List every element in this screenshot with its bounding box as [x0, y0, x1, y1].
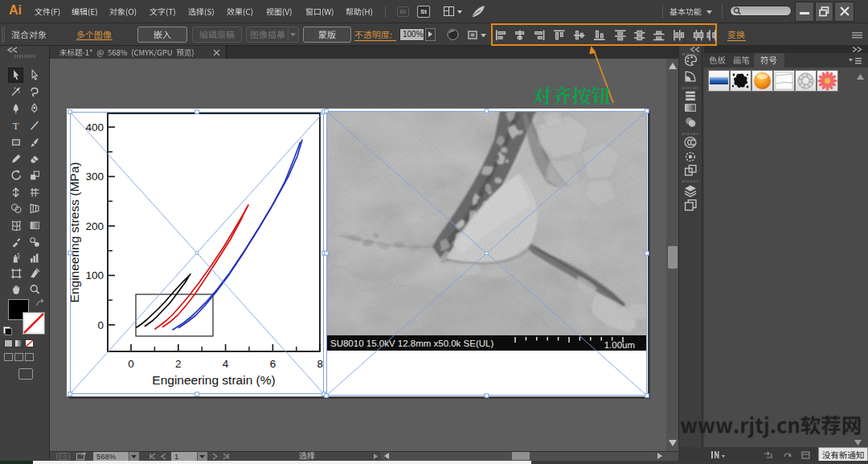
svg-text:1.00um: 1.00um	[604, 340, 635, 350]
svg-text:0: 0	[97, 319, 104, 331]
svg-text:4: 4	[223, 358, 229, 370]
svg-text:100: 100	[85, 269, 104, 281]
svg-text:0: 0	[128, 358, 134, 370]
svg-text:6: 6	[270, 358, 276, 370]
svg-text:400: 400	[85, 121, 104, 133]
svg-text:Engineering stress (MPa): Engineering stress (MPa)	[68, 162, 81, 303]
svg-text:300: 300	[85, 170, 104, 183]
svg-text:SU8010 15.0kV 12.8mm x50.0k SE: SU8010 15.0kV 12.8mm x50.0k SE(UL)	[330, 339, 493, 348]
svg-text:T: T	[13, 120, 19, 132]
svg-text:Engineering strain (%): Engineering strain (%)	[152, 373, 275, 387]
svg-text:200: 200	[85, 220, 104, 232]
svg-text:8: 8	[317, 358, 323, 370]
svg-text:2: 2	[175, 358, 182, 370]
